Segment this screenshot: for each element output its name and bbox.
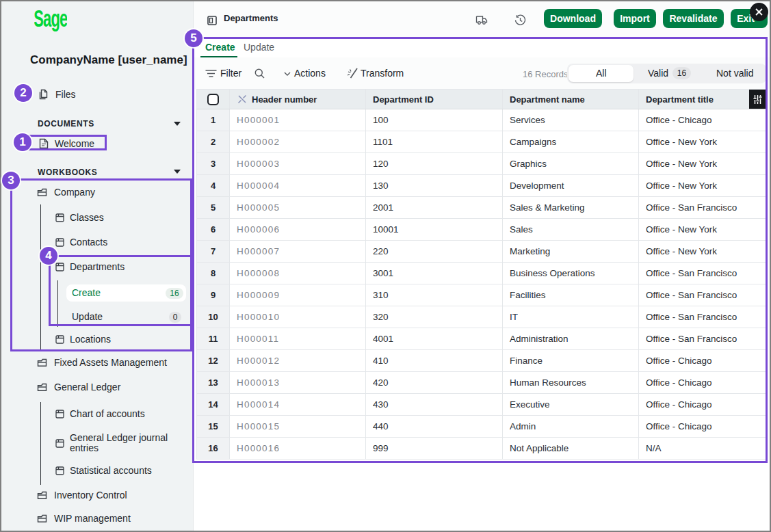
svg-text:Sage: Sage xyxy=(34,10,67,31)
